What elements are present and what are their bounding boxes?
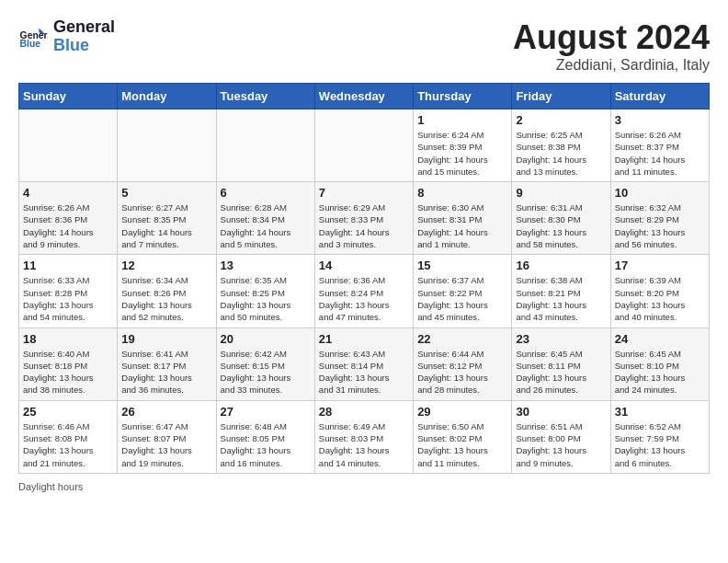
- day-number: 4: [23, 186, 113, 200]
- day-number: 25: [23, 405, 113, 419]
- calendar-week-row: 25Sunrise: 6:46 AM Sunset: 8:08 PM Dayli…: [19, 400, 710, 473]
- day-info: Sunrise: 6:29 AM Sunset: 8:33 PM Dayligh…: [319, 201, 409, 250]
- calendar-cell: 19Sunrise: 6:41 AM Sunset: 8:17 PM Dayli…: [118, 327, 216, 400]
- calendar-cell: 2Sunrise: 6:25 AM Sunset: 8:38 PM Daylig…: [512, 109, 610, 182]
- logo-icon: General Blue: [18, 22, 48, 52]
- day-number: 15: [417, 259, 507, 272]
- calendar-cell: 1Sunrise: 6:24 AM Sunset: 8:39 PM Daylig…: [414, 109, 512, 182]
- calendar-cell: 8Sunrise: 6:30 AM Sunset: 8:31 PM Daylig…: [414, 182, 512, 255]
- day-info: Sunrise: 6:52 AM Sunset: 7:59 PM Dayligh…: [615, 420, 705, 469]
- calendar-cell: 16Sunrise: 6:38 AM Sunset: 8:21 PM Dayli…: [512, 255, 610, 327]
- calendar-table: SundayMondayTuesdayWednesdayThursdayFrid…: [18, 83, 710, 474]
- calendar-cell: 28Sunrise: 6:49 AM Sunset: 8:03 PM Dayli…: [314, 400, 413, 473]
- day-info: Sunrise: 6:47 AM Sunset: 8:07 PM Dayligh…: [121, 420, 211, 469]
- page-subtitle: Zeddiani, Sardinia, Italy: [513, 57, 710, 74]
- day-number: 17: [615, 259, 705, 272]
- day-info: Sunrise: 6:43 AM Sunset: 8:14 PM Dayligh…: [319, 348, 409, 396]
- day-number: 30: [516, 405, 606, 419]
- svg-text:Blue: Blue: [20, 39, 41, 49]
- calendar-cell: 24Sunrise: 6:45 AM Sunset: 8:10 PM Dayli…: [610, 327, 709, 400]
- calendar-cell: 22Sunrise: 6:44 AM Sunset: 8:12 PM Dayli…: [414, 327, 512, 400]
- day-info: Sunrise: 6:32 AM Sunset: 8:29 PM Dayligh…: [615, 201, 705, 250]
- day-info: Sunrise: 6:25 AM Sunset: 8:38 PM Dayligh…: [516, 129, 606, 178]
- logo: General Blue General Blue: [18, 18, 115, 55]
- day-info: Sunrise: 6:39 AM Sunset: 8:20 PM Dayligh…: [615, 274, 705, 323]
- day-info: Sunrise: 6:26 AM Sunset: 8:36 PM Dayligh…: [23, 201, 113, 250]
- day-number: 5: [121, 186, 211, 200]
- weekday-header-row: SundayMondayTuesdayWednesdayThursdayFrid…: [19, 84, 710, 109]
- day-info: Sunrise: 6:24 AM Sunset: 8:39 PM Dayligh…: [417, 129, 507, 178]
- logo-text: General Blue: [53, 18, 115, 55]
- calendar-cell: [216, 109, 314, 182]
- day-info: Sunrise: 6:28 AM Sunset: 8:34 PM Dayligh…: [221, 201, 311, 250]
- calendar-cell: 14Sunrise: 6:36 AM Sunset: 8:24 PM Dayli…: [314, 255, 413, 327]
- day-info: Sunrise: 6:49 AM Sunset: 8:03 PM Dayligh…: [319, 420, 409, 469]
- calendar-cell: [314, 109, 413, 182]
- calendar-cell: 31Sunrise: 6:52 AM Sunset: 7:59 PM Dayli…: [610, 400, 709, 473]
- day-info: Sunrise: 6:48 AM Sunset: 8:05 PM Dayligh…: [221, 420, 311, 469]
- day-number: 10: [615, 186, 705, 200]
- day-number: 11: [23, 259, 113, 272]
- day-info: Sunrise: 6:41 AM Sunset: 8:17 PM Dayligh…: [121, 348, 211, 396]
- page-title: August 2024: [513, 18, 710, 57]
- calendar-cell: 13Sunrise: 6:35 AM Sunset: 8:25 PM Dayli…: [216, 255, 314, 327]
- day-info: Sunrise: 6:37 AM Sunset: 8:22 PM Dayligh…: [417, 274, 507, 323]
- weekday-header: Monday: [118, 84, 216, 109]
- day-info: Sunrise: 6:30 AM Sunset: 8:31 PM Dayligh…: [417, 201, 507, 250]
- day-info: Sunrise: 6:35 AM Sunset: 8:25 PM Dayligh…: [221, 274, 311, 323]
- weekday-header: Friday: [512, 84, 610, 109]
- day-number: 12: [121, 259, 211, 272]
- calendar-cell: 25Sunrise: 6:46 AM Sunset: 8:08 PM Dayli…: [19, 400, 118, 473]
- day-info: Sunrise: 6:31 AM Sunset: 8:30 PM Dayligh…: [516, 201, 606, 250]
- day-info: Sunrise: 6:26 AM Sunset: 8:37 PM Dayligh…: [615, 129, 705, 178]
- calendar-cell: 27Sunrise: 6:48 AM Sunset: 8:05 PM Dayli…: [216, 400, 314, 473]
- day-info: Sunrise: 6:36 AM Sunset: 8:24 PM Dayligh…: [319, 274, 409, 323]
- day-number: 7: [319, 186, 409, 200]
- day-number: 29: [417, 405, 507, 419]
- day-number: 22: [417, 332, 507, 346]
- day-number: 14: [319, 259, 409, 272]
- day-info: Sunrise: 6:45 AM Sunset: 8:11 PM Dayligh…: [516, 348, 606, 396]
- calendar-cell: 30Sunrise: 6:51 AM Sunset: 8:00 PM Dayli…: [512, 400, 610, 473]
- calendar-cell: 21Sunrise: 6:43 AM Sunset: 8:14 PM Dayli…: [314, 327, 413, 400]
- calendar-cell: 6Sunrise: 6:28 AM Sunset: 8:34 PM Daylig…: [216, 182, 314, 255]
- calendar-cell: 11Sunrise: 6:33 AM Sunset: 8:28 PM Dayli…: [19, 255, 118, 327]
- day-number: 6: [221, 186, 311, 200]
- weekday-header: Sunday: [19, 84, 118, 109]
- day-number: 20: [221, 332, 311, 346]
- day-info: Sunrise: 6:44 AM Sunset: 8:12 PM Dayligh…: [417, 348, 507, 396]
- calendar-cell: 23Sunrise: 6:45 AM Sunset: 8:11 PM Dayli…: [512, 327, 610, 400]
- day-info: Sunrise: 6:33 AM Sunset: 8:28 PM Dayligh…: [23, 274, 113, 323]
- calendar-week-row: 1Sunrise: 6:24 AM Sunset: 8:39 PM Daylig…: [19, 109, 710, 182]
- day-number: 19: [121, 332, 211, 346]
- day-number: 8: [417, 186, 507, 200]
- day-number: 27: [221, 405, 311, 419]
- day-info: Sunrise: 6:46 AM Sunset: 8:08 PM Dayligh…: [23, 420, 113, 469]
- page-header: General Blue General Blue August 2024 Ze…: [18, 18, 710, 74]
- day-info: Sunrise: 6:38 AM Sunset: 8:21 PM Dayligh…: [516, 274, 606, 323]
- day-number: 24: [615, 332, 705, 346]
- day-number: 1: [417, 113, 507, 127]
- weekday-header: Wednesday: [314, 84, 413, 109]
- calendar-week-row: 4Sunrise: 6:26 AM Sunset: 8:36 PM Daylig…: [19, 182, 710, 255]
- day-info: Sunrise: 6:51 AM Sunset: 8:00 PM Dayligh…: [516, 420, 606, 469]
- calendar-cell: [118, 109, 216, 182]
- day-number: 13: [221, 259, 311, 272]
- day-number: 26: [121, 405, 211, 419]
- calendar-cell: 20Sunrise: 6:42 AM Sunset: 8:15 PM Dayli…: [216, 327, 314, 400]
- calendar-cell: 7Sunrise: 6:29 AM Sunset: 8:33 PM Daylig…: [314, 182, 413, 255]
- day-info: Sunrise: 6:34 AM Sunset: 8:26 PM Dayligh…: [121, 274, 211, 323]
- calendar-cell: 4Sunrise: 6:26 AM Sunset: 8:36 PM Daylig…: [19, 182, 118, 255]
- day-number: 9: [516, 186, 606, 200]
- day-info: Sunrise: 6:42 AM Sunset: 8:15 PM Dayligh…: [221, 348, 311, 396]
- day-info: Sunrise: 6:50 AM Sunset: 8:02 PM Dayligh…: [417, 420, 507, 469]
- title-block: August 2024 Zeddiani, Sardinia, Italy: [513, 18, 710, 74]
- calendar-cell: 3Sunrise: 6:26 AM Sunset: 8:37 PM Daylig…: [610, 109, 709, 182]
- calendar-week-row: 11Sunrise: 6:33 AM Sunset: 8:28 PM Dayli…: [19, 255, 710, 327]
- calendar-cell: 15Sunrise: 6:37 AM Sunset: 8:22 PM Dayli…: [414, 255, 512, 327]
- day-number: 2: [516, 113, 606, 127]
- day-number: 16: [516, 259, 606, 272]
- calendar-cell: 26Sunrise: 6:47 AM Sunset: 8:07 PM Dayli…: [118, 400, 216, 473]
- calendar-cell: 18Sunrise: 6:40 AM Sunset: 8:18 PM Dayli…: [19, 327, 118, 400]
- calendar-cell: 9Sunrise: 6:31 AM Sunset: 8:30 PM Daylig…: [512, 182, 610, 255]
